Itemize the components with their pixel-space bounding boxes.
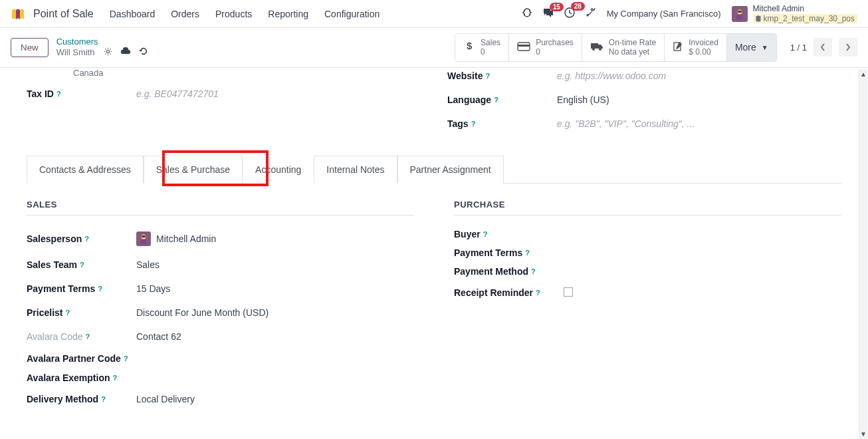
app-logo-icon (11, 7, 27, 21)
stat-invoiced[interactable]: Invoiced $ 0.00 (665, 34, 727, 61)
help-icon[interactable]: ? (86, 333, 90, 341)
help-icon[interactable]: ? (56, 90, 61, 98)
user-name: Mitchell Admin (753, 4, 857, 13)
help-icon[interactable]: ? (113, 374, 118, 382)
help-icon[interactable]: ? (494, 96, 498, 104)
taxid-input[interactable]: e.g. BE0477472701 (136, 86, 421, 102)
scroll-down-icon[interactable]: ▼ (859, 429, 867, 439)
help-icon[interactable]: ? (485, 72, 490, 80)
avalara-exemption-value[interactable] (136, 375, 414, 380)
help-icon[interactable]: ? (483, 230, 488, 238)
activities-icon[interactable]: 28 (564, 7, 575, 20)
nav-orders[interactable]: Orders (171, 9, 199, 19)
nav-reporting[interactable]: Reporting (268, 9, 308, 19)
messages-icon[interactable]: 15 (543, 8, 554, 19)
salesperson-value[interactable]: Mitchell Admin (136, 229, 414, 249)
p-payment-terms-value[interactable] (564, 250, 841, 255)
pager-prev[interactable] (814, 38, 832, 57)
avalara-code-value[interactable]: Contact 62 (136, 329, 414, 345)
nav-products[interactable]: Products (215, 9, 252, 19)
purchase-section: PURCHASE Buyer ? Payment Terms ? Payment… (454, 200, 841, 411)
help-icon[interactable]: ? (98, 285, 102, 293)
nav-configuration[interactable]: Configuration (324, 9, 380, 19)
delivery-method-label: Delivery Method ? (27, 394, 136, 404)
svg-point-10 (592, 48, 595, 51)
salesteam-value[interactable]: Sales (136, 257, 414, 273)
avatar (732, 6, 748, 22)
undo-icon[interactable] (139, 47, 148, 59)
tabs-container: Contacts & Addresses Sales & Purchase Ac… (27, 156, 841, 184)
language-value[interactable]: English (US) (557, 92, 841, 108)
help-icon[interactable]: ? (124, 354, 128, 363)
cloud-upload-icon[interactable] (120, 47, 131, 59)
pager-text[interactable]: 1 / 1 (790, 43, 807, 53)
scrollbar[interactable]: ▲ ▼ (859, 69, 867, 439)
buyer-value[interactable] (564, 231, 841, 237)
new-button[interactable]: New (11, 38, 49, 57)
payment-method-label: Payment Method ? (454, 266, 564, 277)
help-icon[interactable]: ? (65, 309, 70, 317)
tab-accounting[interactable]: Accounting (243, 156, 314, 184)
debug-icon[interactable] (522, 7, 532, 20)
stat-more[interactable]: More ▼ (727, 34, 776, 61)
tab-internal-notes[interactable]: Internal Notes (314, 156, 397, 184)
sales-section: SALES Salesperson ? Mitchell Admin Sales… (27, 200, 414, 411)
tools-icon[interactable] (586, 7, 596, 20)
svg-rect-2 (736, 15, 743, 19)
svg-rect-8 (518, 45, 530, 47)
buyer-label: Buyer ? (454, 229, 564, 239)
activities-badge: 28 (571, 2, 585, 11)
nav-menu: Dashboard Orders Products Reporting Conf… (110, 9, 522, 19)
pager-next[interactable] (839, 38, 857, 57)
svg-rect-3 (738, 11, 742, 13)
scroll-up-icon[interactable]: ▲ (859, 69, 867, 79)
help-icon[interactable]: ? (101, 395, 106, 403)
tab-contacts[interactable]: Contacts & Addresses (27, 156, 144, 184)
country-value[interactable]: Canada (73, 68, 104, 78)
receipt-reminder-checkbox[interactable] (564, 287, 573, 297)
content-area: Canada Tax ID ? e.g. BE0477472701 Websit… (0, 68, 868, 438)
pager: 1 / 1 (790, 38, 857, 57)
pricelist-value[interactable]: Discount For June Month (USD) (136, 305, 414, 321)
pencil-icon (673, 41, 683, 55)
avalara-code-label: Avalara Code ? (27, 331, 136, 342)
p-payment-terms-label: Payment Terms ? (454, 247, 564, 258)
stat-sales[interactable]: $ Sales 0 (455, 34, 509, 61)
tab-partner-assignment[interactable]: Partner Assignment (397, 156, 504, 184)
receipt-reminder-label: Receipt Reminder ? (454, 287, 564, 298)
company-name[interactable]: My Company (San Francisco) (607, 9, 721, 19)
stat-ontime[interactable]: On-time Rate No data yet (582, 34, 665, 61)
receipt-reminder-value[interactable] (564, 285, 841, 301)
card-icon (517, 41, 530, 55)
tab-sales-purchase[interactable]: Sales & Purchase (144, 156, 243, 184)
help-icon[interactable]: ? (525, 249, 530, 257)
gear-icon[interactable] (104, 47, 112, 59)
help-icon[interactable]: ? (471, 120, 476, 128)
app-title[interactable]: Point of Sale (33, 8, 94, 20)
topbar-right: 15 28 My Company (San Francisco) Mitchel… (522, 4, 857, 23)
payment-method-value[interactable] (564, 269, 841, 274)
tags-label: Tags ? (447, 118, 557, 129)
stat-purchases[interactable]: Purchases 0 (509, 34, 582, 61)
delivery-method-value[interactable]: Local Delivery (136, 391, 414, 407)
messages-badge: 15 (550, 3, 564, 11)
avalara-partner-value[interactable] (136, 356, 414, 361)
help-icon[interactable]: ? (536, 289, 540, 297)
salesteam-label: Sales Team ? (27, 259, 136, 270)
help-icon[interactable]: ? (80, 261, 84, 269)
breadcrumb: Customers Will Smith (56, 37, 149, 59)
payment-terms-value[interactable]: 15 Days (136, 281, 414, 297)
website-input[interactable]: e.g. https://www.odoo.com (557, 68, 841, 84)
breadcrumb-parent[interactable]: Customers (56, 37, 149, 47)
tags-input[interactable]: e.g. "B2B", "VIP", "Consulting", ... (557, 116, 841, 132)
help-icon[interactable]: ? (84, 235, 89, 243)
nav-dashboard[interactable]: Dashboard (110, 9, 156, 19)
user-db: kmp_2_test_may_30_pos (753, 14, 857, 23)
help-icon[interactable]: ? (531, 267, 536, 275)
tab-content: SALES Salesperson ? Mitchell Admin Sales… (27, 184, 841, 427)
user-info: Mitchell Admin kmp_2_test_may_30_pos (753, 4, 857, 23)
avalara-exemption-label: Avalara Exemption ? (27, 372, 136, 383)
dollar-icon: $ (463, 40, 475, 55)
payment-terms-label: Payment Terms ? (27, 283, 136, 294)
user-menu[interactable]: Mitchell Admin kmp_2_test_may_30_pos (732, 4, 857, 23)
